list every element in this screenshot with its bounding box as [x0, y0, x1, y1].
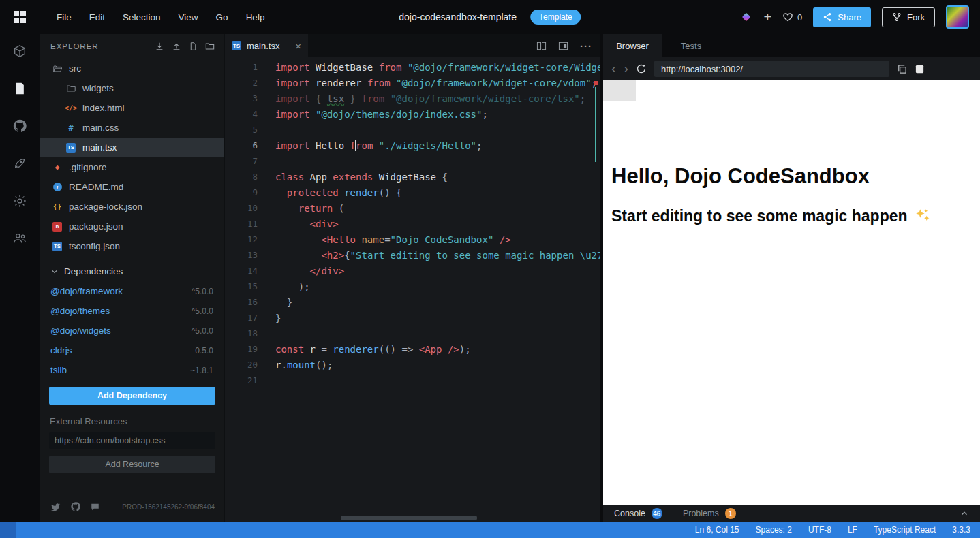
refresh-icon[interactable] — [636, 63, 647, 74]
file-.gitignore[interactable]: ◆.gitignore — [40, 157, 224, 177]
more-options-icon[interactable]: ··· — [580, 40, 592, 52]
dependency-cldrjs[interactable]: cldrjs0.5.0 — [40, 341, 224, 360]
fork-icon — [892, 12, 902, 22]
chevron-down-icon — [50, 268, 59, 276]
code-editor[interactable]: 1import WidgetBase from "@dojo/framework… — [225, 57, 600, 522]
menu-view[interactable]: View — [170, 0, 207, 34]
menu-edit[interactable]: Edit — [80, 0, 114, 34]
file-main.css[interactable]: #main.css — [40, 118, 224, 138]
line-number: 12 — [225, 234, 258, 244]
twitter-icon[interactable] — [50, 502, 61, 512]
file-src[interactable]: src — [40, 59, 224, 78]
copy-url-icon[interactable] — [897, 64, 907, 74]
line-number: 19 — [225, 344, 258, 354]
line-number: 20 — [225, 360, 258, 370]
connection-indicator — [0, 522, 16, 538]
code-text: r.mount(); — [275, 360, 333, 370]
status-3-3-3[interactable]: 3.3.3 — [952, 525, 970, 535]
live-collaboration-icon[interactable] — [12, 231, 27, 246]
tab-browser[interactable]: Browser — [603, 34, 662, 57]
pro-gem-icon[interactable] — [740, 11, 752, 23]
line-number: 10 — [225, 203, 258, 213]
new-file-icon[interactable] — [189, 42, 198, 51]
file-package-lock.json[interactable]: {}package-lock.json — [40, 197, 224, 217]
open-preview-icon[interactable] — [558, 41, 568, 51]
dependency-@dojo/framework[interactable]: @dojo/framework^5.0.0 — [40, 281, 224, 301]
line-number: 1 — [225, 62, 258, 72]
file-tree: srcwidgets</>index.html#main.cssTSmain.t… — [40, 59, 224, 256]
codesandbox-logo[interactable] — [0, 0, 40, 34]
code-line-15: 15 ); — [225, 279, 600, 294]
url-input[interactable] — [654, 61, 889, 77]
forward-button[interactable]: › — [624, 61, 628, 75]
horizontal-scrollbar[interactable] — [341, 516, 477, 520]
file-index.html[interactable]: </>index.html — [40, 98, 224, 118]
file-widgets[interactable]: widgets — [40, 78, 224, 98]
deployment-icon[interactable] — [12, 156, 27, 171]
menu-go[interactable]: Go — [207, 0, 237, 34]
problems-count-badge: 1 — [725, 508, 736, 519]
project-title: dojo-codesandbox-template — [399, 12, 517, 22]
tab-main-tsx[interactable]: TS main.tsx × — [225, 34, 308, 57]
line-number: 7 — [225, 156, 258, 166]
git-icon: ◆ — [52, 163, 63, 172]
file-main.tsx[interactable]: TSmain.tsx — [40, 138, 224, 157]
back-button[interactable]: ‹ — [611, 61, 616, 75]
dependency-name: cldrjs — [50, 345, 72, 355]
menu-selection[interactable]: Selection — [114, 0, 170, 34]
github-icon[interactable] — [12, 118, 27, 133]
add-dependency-button[interactable]: Add Dependency — [49, 387, 215, 405]
editor-tabbar: TS main.tsx × ··· — [225, 34, 600, 57]
fork-button[interactable]: Fork — [882, 7, 935, 27]
menu-file[interactable]: File — [48, 0, 80, 34]
dependencies-section-toggle[interactable]: Dependencies — [40, 262, 224, 281]
dependency-name: @dojo/widgets — [50, 326, 111, 336]
share-button[interactable]: Share — [813, 7, 871, 27]
code-line-20: 20r.mount(); — [225, 357, 600, 373]
file-explorer-icon[interactable] — [13, 81, 27, 96]
status-typescript-react[interactable]: TypeScript React — [874, 525, 936, 535]
tab-tests[interactable]: Tests — [662, 34, 720, 57]
file-label: src — [69, 63, 81, 74]
code-text: } — [275, 297, 292, 308]
new-sandbox-button[interactable]: + — [763, 10, 771, 24]
export-sandbox-icon[interactable] — [155, 42, 164, 51]
split-view-icon[interactable] — [536, 41, 547, 51]
settings-gear-icon[interactable] — [12, 193, 27, 208]
open-in-window-icon[interactable] — [915, 64, 925, 74]
error-marker — [594, 81, 598, 85]
upload-files-icon[interactable] — [172, 42, 181, 51]
feedback-icon[interactable] — [90, 502, 100, 511]
github-footer-icon[interactable] — [70, 501, 81, 512]
new-folder-icon[interactable] — [205, 42, 215, 51]
status-spaces-2[interactable]: Spaces: 2 — [756, 525, 792, 535]
topbar-actions: + 0 Share Fork — [740, 0, 969, 34]
close-tab-icon[interactable]: × — [295, 40, 301, 52]
dependency-@dojo/widgets[interactable]: @dojo/widgets^5.0.0 — [40, 321, 224, 341]
dependency-name: @dojo/framework — [50, 286, 123, 296]
code-line-11: 11 <div> — [225, 216, 600, 232]
file-README.md[interactable]: iREADME.md — [40, 177, 224, 197]
avatar[interactable] — [946, 5, 969, 29]
explorer-actions — [155, 42, 215, 51]
status-utf-8[interactable]: UTF-8 — [808, 525, 831, 535]
status-ln-6-col-15[interactable]: Ln 6, Col 15 — [695, 525, 739, 535]
menu-bar: FileEditSelectionViewGoHelp — [48, 0, 273, 34]
menu-help[interactable]: Help — [237, 0, 274, 34]
add-resource-button[interactable]: Add Resource — [49, 456, 215, 473]
share-label: Share — [838, 12, 861, 22]
sandbox-info-icon[interactable] — [12, 44, 27, 59]
dependency-version: ~1.8.1 — [190, 366, 213, 375]
problems-tab[interactable]: Problems — [683, 509, 719, 518]
file-package.json[interactable]: npackage.json — [40, 217, 224, 236]
expand-console-icon[interactable] — [960, 509, 969, 518]
dependency-tslib[interactable]: tslib~1.8.1 — [40, 360, 224, 380]
code-line-14: 14 </div> — [225, 263, 600, 279]
external-resource-input[interactable] — [49, 432, 215, 449]
status-lf[interactable]: LF — [848, 525, 857, 535]
console-tab[interactable]: Console — [614, 509, 645, 518]
file-tsconfig.json[interactable]: TStsconfig.json — [40, 236, 224, 256]
dependency-@dojo/themes[interactable]: @dojo/themes^5.0.0 — [40, 301, 224, 321]
like-button[interactable]: 0 — [782, 12, 802, 22]
preview-heading: Hello, Dojo CodeSandbox — [611, 164, 970, 189]
